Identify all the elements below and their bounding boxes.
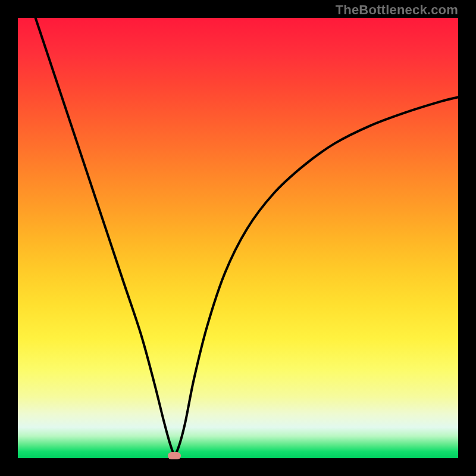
chart-frame: TheBottleneck.com bbox=[0, 0, 476, 476]
watermark-text: TheBottleneck.com bbox=[336, 2, 458, 18]
optimal-marker bbox=[168, 452, 181, 459]
bottleneck-curve bbox=[18, 18, 458, 458]
plot-area bbox=[18, 18, 458, 458]
